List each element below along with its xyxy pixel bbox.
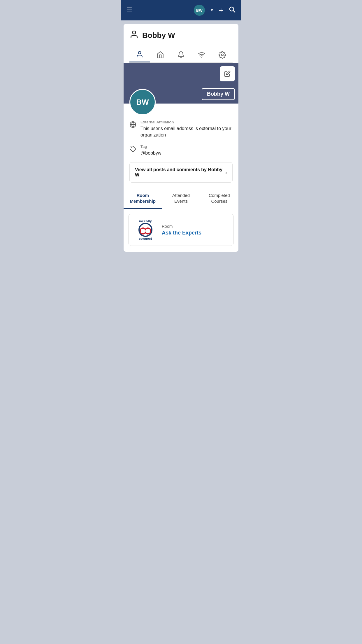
sub-tab-attended-events-line1: Attended	[172, 193, 190, 198]
chevron-right-icon: ›	[225, 169, 227, 176]
sub-tab-completed-courses-line1: Completed	[209, 193, 230, 198]
nav-right: BW ▼ +	[194, 5, 236, 16]
nav-user-initials: BW	[196, 8, 203, 13]
profile-name-row: Bobby W	[129, 30, 233, 41]
user-avatar-nav[interactable]: BW	[194, 5, 205, 16]
sub-tabs: Room Membership Attended Events Complete…	[124, 188, 238, 209]
tab-feed[interactable]	[191, 47, 212, 62]
top-navigation: ☰ BW ▼ +	[121, 0, 241, 20]
globe-icon	[129, 121, 136, 130]
mccolly-text-top: mccolly	[139, 219, 152, 223]
hamburger-menu-icon[interactable]: ☰	[126, 6, 132, 14]
nav-left: ☰	[126, 6, 132, 14]
sub-tab-room-membership-line1: Room	[136, 193, 149, 198]
tag-icon	[129, 146, 136, 154]
banner-username-badge: Bobby W	[202, 88, 235, 100]
external-affiliation-content: External Affiliation This user's email a…	[140, 120, 233, 139]
profile-person-icon	[129, 30, 139, 41]
mccolly-text-bottom: connect	[139, 237, 152, 240]
profile-banner: Bobby W BW	[124, 63, 238, 104]
external-affiliation-value: This user's email address is external to…	[140, 125, 233, 139]
tab-notifications[interactable]	[171, 47, 191, 62]
svg-point-3	[138, 51, 141, 54]
tag-content: Tag @bobbyw	[140, 144, 233, 156]
sub-tab-completed-courses-line2: Courses	[211, 199, 227, 204]
nav-search-icon[interactable]	[229, 6, 236, 15]
tab-settings[interactable]	[212, 47, 233, 62]
room-logo: mccolly connect	[134, 219, 157, 240]
room-card[interactable]: mccolly connect Room Ask the Experts	[128, 214, 234, 246]
profile-icon-tabs	[129, 47, 233, 63]
external-affiliation-label: External Affiliation	[140, 120, 233, 124]
sub-tab-attended-events-line2: Events	[174, 199, 188, 204]
tab-home[interactable]	[150, 47, 171, 62]
room-label: Room	[162, 224, 228, 229]
tag-value: @bobbyw	[140, 150, 233, 156]
svg-point-5	[221, 54, 223, 56]
avatar-initials: BW	[136, 98, 149, 107]
avatar-circle: BW	[129, 89, 156, 115]
profile-name: Bobby W	[142, 31, 175, 40]
view-posts-button[interactable]: View all posts and comments by Bobby W ›	[129, 162, 233, 183]
nav-dropdown-arrow[interactable]: ▼	[210, 8, 214, 12]
sub-tab-attended-events[interactable]: Attended Events	[162, 188, 200, 209]
room-info: Room Ask the Experts	[162, 224, 228, 236]
svg-line-1	[233, 11, 235, 13]
tag-label: Tag	[140, 144, 233, 149]
tag-row: Tag @bobbyw	[129, 144, 233, 156]
sub-tab-room-membership[interactable]: Room Membership	[124, 188, 162, 209]
main-card: Bobby W	[124, 24, 238, 252]
room-name: Ask the Experts	[162, 230, 228, 236]
profile-header: Bobby W	[124, 24, 238, 63]
view-posts-text: View all posts and comments by Bobby W	[135, 167, 225, 178]
edit-profile-button[interactable]	[220, 66, 235, 81]
svg-point-2	[133, 31, 136, 34]
external-affiliation-row: External Affiliation This user's email a…	[129, 120, 233, 139]
banner-username: Bobby W	[207, 91, 230, 97]
mccolly-logo-icon	[137, 223, 154, 237]
tab-profile[interactable]	[129, 47, 150, 62]
sub-tab-room-membership-line2: Membership	[130, 199, 155, 204]
nav-plus-icon[interactable]: +	[219, 6, 223, 15]
sub-tab-completed-courses[interactable]: Completed Courses	[200, 188, 238, 209]
